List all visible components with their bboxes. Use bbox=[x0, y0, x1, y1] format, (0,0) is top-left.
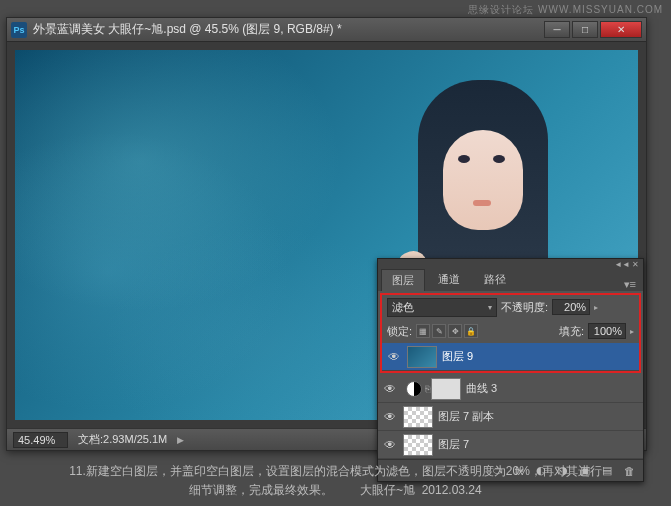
minimize-button[interactable]: ─ bbox=[544, 21, 570, 38]
opacity-label: 不透明度: bbox=[501, 300, 548, 315]
fill-label: 填充: bbox=[559, 324, 584, 339]
blend-opacity-row: 滤色▾ 不透明度: 20% ▸ bbox=[382, 295, 639, 319]
close-button[interactable]: ✕ bbox=[600, 21, 642, 38]
blend-mode-dropdown[interactable]: 滤色▾ bbox=[387, 298, 497, 317]
tab-paths[interactable]: 路径 bbox=[473, 268, 517, 291]
lock-position-icon[interactable]: ✥ bbox=[448, 324, 462, 338]
document-title: 外景蓝调美女 大眼仔~旭.psd @ 45.5% (图层 9, RGB/8#) … bbox=[33, 21, 544, 38]
visibility-toggle[interactable]: 👁 bbox=[382, 438, 398, 452]
layer-name[interactable]: 图层 7 副本 bbox=[438, 409, 639, 424]
lock-label: 锁定: bbox=[387, 324, 412, 339]
lock-icons: ▦ ✎ ✥ 🔒 bbox=[416, 324, 478, 338]
panel-collapse-icon[interactable]: ◄◄ bbox=[614, 260, 630, 269]
panel-menu-icon[interactable]: ▾≡ bbox=[620, 278, 640, 291]
link-icon: ⎘ bbox=[425, 384, 430, 394]
layer-list: 👁 图层 9 bbox=[382, 343, 639, 371]
opacity-slider-icon[interactable]: ▸ bbox=[594, 303, 598, 312]
layer-thumbnail[interactable] bbox=[403, 406, 433, 428]
layer-row[interactable]: 👁 图层 9 bbox=[382, 343, 639, 371]
fill-field[interactable]: 100% bbox=[588, 323, 626, 339]
panel-tabs: 图层 通道 路径 ▾≡ bbox=[378, 269, 643, 291]
mask-thumbnail[interactable] bbox=[431, 378, 461, 400]
layer-list-rest: 👁 ⎘ 曲线 3 👁 图层 7 副本 👁 图层 7 bbox=[378, 375, 643, 459]
doc-size-label: 文档:2.93M/25.1M bbox=[78, 432, 167, 447]
ps-app-icon: Ps bbox=[11, 22, 27, 38]
lock-transparency-icon[interactable]: ▦ bbox=[416, 324, 430, 338]
highlight-box: 滤色▾ 不透明度: 20% ▸ 锁定: ▦ ✎ ✥ 🔒 填充: 100% ▸ 👁… bbox=[380, 293, 641, 373]
layer-name[interactable]: 图层 9 bbox=[442, 349, 635, 364]
visibility-toggle[interactable]: 👁 bbox=[386, 350, 402, 364]
layer-row[interactable]: 👁 ⎘ 曲线 3 bbox=[378, 375, 643, 403]
panel-close-icon[interactable]: ✕ bbox=[632, 260, 639, 269]
visibility-toggle[interactable]: 👁 bbox=[382, 382, 398, 396]
tab-layers[interactable]: 图层 bbox=[381, 269, 425, 291]
zoom-field[interactable]: 45.49% bbox=[13, 432, 68, 448]
watermark-text: 思缘设计论坛 WWW.MISSYUAN.COM bbox=[468, 3, 663, 17]
layer-row[interactable]: 👁 图层 7 bbox=[378, 431, 643, 459]
layer-name[interactable]: 曲线 3 bbox=[466, 381, 639, 396]
layer-thumbnail[interactable] bbox=[403, 434, 433, 456]
statusbar-more-icon[interactable]: ▶ bbox=[177, 435, 184, 445]
layer-thumbnail[interactable] bbox=[407, 346, 437, 368]
tutorial-caption: 11.新建空白图层，并盖印空白图层，设置图层的混合模式为滤色，图层不透明度为20… bbox=[0, 462, 671, 500]
lock-fill-row: 锁定: ▦ ✎ ✥ 🔒 填充: 100% ▸ bbox=[382, 319, 639, 343]
tab-channels[interactable]: 通道 bbox=[427, 268, 471, 291]
visibility-toggle[interactable]: 👁 bbox=[382, 410, 398, 424]
maximize-button[interactable]: □ bbox=[572, 21, 598, 38]
lock-all-icon[interactable]: 🔒 bbox=[464, 324, 478, 338]
titlebar: Ps 外景蓝调美女 大眼仔~旭.psd @ 45.5% (图层 9, RGB/8… bbox=[7, 18, 646, 42]
layer-row[interactable]: 👁 图层 7 副本 bbox=[378, 403, 643, 431]
adjustment-icon bbox=[406, 381, 422, 397]
lock-pixels-icon[interactable]: ✎ bbox=[432, 324, 446, 338]
layer-name[interactable]: 图层 7 bbox=[438, 437, 639, 452]
layers-panel: ◄◄ ✕ 图层 通道 路径 ▾≡ 滤色▾ 不透明度: 20% ▸ 锁定: ▦ ✎… bbox=[377, 258, 644, 482]
opacity-field[interactable]: 20% bbox=[552, 299, 590, 315]
fill-slider-icon[interactable]: ▸ bbox=[630, 327, 634, 336]
